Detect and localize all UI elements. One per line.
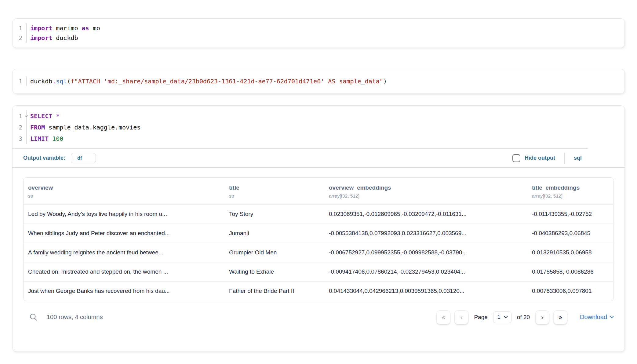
table-cell: Jumanji xyxy=(224,224,324,243)
hide-output-checkbox[interactable] xyxy=(512,154,520,162)
column-name: title xyxy=(229,184,320,191)
table-cell: A family wedding reignites the ancient f… xyxy=(24,243,224,262)
output-variable-label: Output variable: xyxy=(23,155,65,161)
code-line[interactable]: 1duckdb.sql(f"ATTACH 'md:_share/sample_d… xyxy=(13,76,624,86)
table-cell: 0.023089351,-0.012809965,-0.03209472,-0.… xyxy=(324,205,527,224)
code-line[interactable]: 2FROM sample_data.kaggle.movies xyxy=(13,122,624,133)
first-page-button[interactable]: « xyxy=(436,310,450,324)
table-cell: -0.009417406,0.07860214,-0.023279453,0.0… xyxy=(324,262,527,282)
column-header[interactable]: overview_embeddingsarray[f32, 512] xyxy=(324,178,527,205)
download-button[interactable]: Download xyxy=(580,314,614,321)
table-cell: -0.006752927,0.099952355,-0.009982588,-0… xyxy=(324,243,527,262)
column-name: overview xyxy=(28,184,220,191)
code-text: SELECT * xyxy=(26,110,60,122)
table-row[interactable]: Cheated on, mistreated and stepped on, t… xyxy=(24,262,613,282)
code-text: LIMIT 100 xyxy=(26,133,63,144)
table-cell: Waiting to Exhale xyxy=(224,262,324,282)
table-toolbar: 100 rows, 4 columns « ‹ Page 1 of 20 › »… xyxy=(23,310,614,324)
column-type: str xyxy=(229,193,320,199)
prev-page-button[interactable]: ‹ xyxy=(454,310,468,324)
table-body: Led by Woody, Andy's toys live happily i… xyxy=(24,205,613,301)
code-editor-imports[interactable]: 1import marimo as mo2import duckdb xyxy=(13,19,624,43)
column-header[interactable]: title_embeddingsarray[f32, 512] xyxy=(527,178,613,205)
code-line[interactable]: 1SELECT * xyxy=(13,110,624,122)
fold-chevron-icon[interactable] xyxy=(24,115,28,118)
table-row[interactable]: When siblings Judy and Peter discover an… xyxy=(24,224,613,243)
table-row[interactable]: Just when George Banks has recovered fro… xyxy=(24,282,613,301)
column-header[interactable]: overviewstr xyxy=(24,178,224,205)
download-label: Download xyxy=(580,314,607,321)
table-cell: -0.011439355,-0.02752 xyxy=(527,205,613,224)
table-cell: 0.0132910535,0.06958 xyxy=(527,243,613,262)
line-number: 1 xyxy=(13,113,26,119)
page-select-value: 1 xyxy=(497,314,500,320)
page-label: Page xyxy=(474,314,487,321)
code-text: duckdb.sql(f"ATTACH 'md:_share/sample_da… xyxy=(26,76,387,86)
last-page-button[interactable]: » xyxy=(553,310,567,324)
line-number: 2 xyxy=(13,35,26,41)
table-cell: -0.040386293,0.06845 xyxy=(527,224,613,243)
code-line[interactable]: 1import marimo as mo xyxy=(13,23,624,33)
column-name: title_embeddings xyxy=(532,184,609,191)
code-text: import marimo as mo xyxy=(26,23,100,33)
table-cell: Toy Story xyxy=(224,205,324,224)
hide-output-label[interactable]: Hide output xyxy=(525,155,555,161)
code-text: FROM sample_data.kaggle.movies xyxy=(26,122,140,133)
line-number: 1 xyxy=(13,78,26,85)
table-cell: Cheated on, mistreated and stepped on, t… xyxy=(24,262,224,282)
code-line[interactable]: 3LIMIT 100 xyxy=(13,133,624,144)
dataframe-table-card: overviewstrtitlestroverview_embeddingsar… xyxy=(23,177,614,301)
page-select[interactable]: 1 xyxy=(493,311,511,323)
code-editor-attach[interactable]: 1duckdb.sql(f"ATTACH 'md:_share/sample_d… xyxy=(13,69,624,86)
table-cell: Father of the Bride Part II xyxy=(224,282,324,301)
next-page-button[interactable]: › xyxy=(535,310,549,324)
code-text: import duckdb xyxy=(26,33,78,43)
table-row[interactable]: Led by Woody, Andy's toys live happily i… xyxy=(24,205,613,224)
line-number: 2 xyxy=(13,124,26,131)
table-cell: 0.01755858,-0.0086286 xyxy=(527,262,613,282)
chevron-down-icon xyxy=(504,316,508,318)
sql-cell-footer: Output variable: Hide output sql xyxy=(13,149,624,168)
column-type: array[f32, 512] xyxy=(329,193,523,199)
table-cell: Just when George Banks has recovered fro… xyxy=(24,282,224,301)
language-badge[interactable]: sql xyxy=(574,155,582,161)
pagination-controls: « ‹ Page 1 of 20 › » Download xyxy=(436,310,614,324)
line-number: 1 xyxy=(13,25,26,31)
table-cell: 0.041433044,0.042966213,0.0039591365,0.0… xyxy=(324,282,527,301)
table-row[interactable]: A family wedding reignites the ancient f… xyxy=(24,243,613,262)
footer-divider xyxy=(564,153,565,164)
table-header-row: overviewstrtitlestroverview_embeddingsar… xyxy=(24,178,613,205)
search-icon[interactable] xyxy=(29,313,38,321)
table-cell: Led by Woody, Andy's toys live happily i… xyxy=(24,205,224,224)
notebook-cell-attach: 1duckdb.sql(f"ATTACH 'md:_share/sample_d… xyxy=(12,69,625,94)
table-cell: -0.0055384138,0.07992093,0.023316627,0.0… xyxy=(324,224,527,243)
dataframe-table: overviewstrtitlestroverview_embeddingsar… xyxy=(24,178,613,301)
row-count-summary: 100 rows, 4 columns xyxy=(47,314,103,321)
chevron-down-icon xyxy=(610,316,614,318)
column-header[interactable]: titlestr xyxy=(224,178,324,205)
output-variable-input[interactable] xyxy=(71,153,96,163)
code-editor-sql[interactable]: 1SELECT *2FROM sample_data.kaggle.movies… xyxy=(13,106,624,144)
notebook-cell-sql: 1SELECT *2FROM sample_data.kaggle.movies… xyxy=(12,105,625,352)
column-name: overview_embeddings xyxy=(329,184,523,191)
table-cell: 0.007833006,0.097801 xyxy=(527,282,613,301)
total-pages-label: of 20 xyxy=(517,314,530,321)
table-cell: Grumpier Old Men xyxy=(224,243,324,262)
code-line[interactable]: 2import duckdb xyxy=(13,33,624,43)
notebook-cell-imports: 1import marimo as mo2import duckdb xyxy=(12,18,625,48)
column-type: array[f32, 512] xyxy=(532,193,609,199)
line-number: 3 xyxy=(13,135,26,142)
column-type: str xyxy=(28,193,220,199)
table-cell: When siblings Judy and Peter discover an… xyxy=(24,224,224,243)
